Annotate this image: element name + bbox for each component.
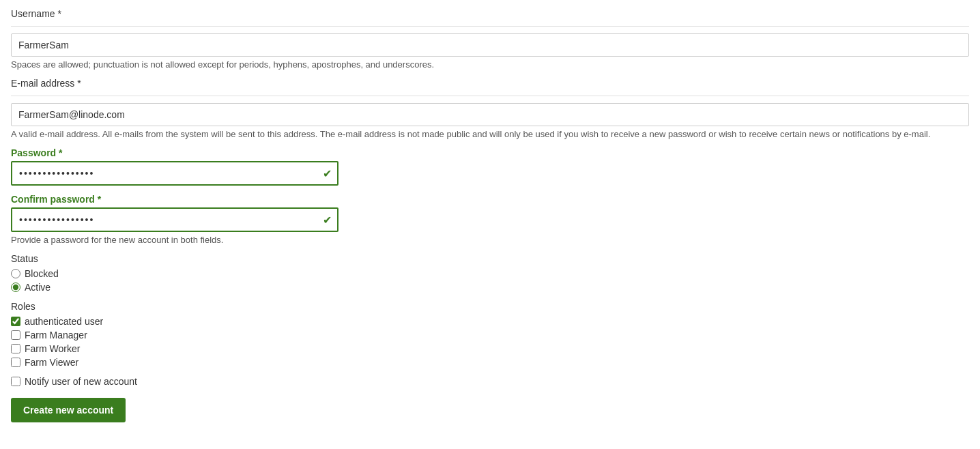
role-authenticated-user: authenticated user xyxy=(11,316,969,327)
username-divider xyxy=(11,26,969,27)
role-authenticated-user-label[interactable]: authenticated user xyxy=(25,316,103,327)
roles-label: Roles xyxy=(11,301,969,312)
confirm-password-wrapper: ✔ xyxy=(11,207,338,232)
role-farm-worker-label[interactable]: Farm Worker xyxy=(25,343,80,354)
password-help: Provide a password for the new account i… xyxy=(11,235,969,245)
role-farm-viewer-checkbox[interactable] xyxy=(11,358,20,367)
password-input[interactable] xyxy=(11,161,338,186)
notify-checkbox-group: Notify user of new account xyxy=(11,376,969,387)
status-active-radio[interactable] xyxy=(11,283,20,292)
status-active-group: Active xyxy=(11,282,969,293)
role-farm-manager-label[interactable]: Farm Manager xyxy=(25,330,87,341)
username-label: Username * xyxy=(11,8,969,19)
roles-section: Roles authenticated user Farm Manager Fa… xyxy=(11,301,969,368)
role-farm-viewer: Farm Viewer xyxy=(11,357,969,368)
role-farm-manager: Farm Manager xyxy=(11,330,969,341)
confirm-password-checkmark-icon: ✔ xyxy=(323,214,332,227)
role-farm-manager-checkbox[interactable] xyxy=(11,330,20,340)
confirm-password-input[interactable] xyxy=(11,207,338,232)
notify-label[interactable]: Notify user of new account xyxy=(25,376,137,387)
status-blocked-label[interactable]: Blocked xyxy=(25,268,59,279)
email-group: E-mail address * A valid e-mail address.… xyxy=(11,78,969,139)
role-farm-viewer-label[interactable]: Farm Viewer xyxy=(25,357,78,368)
notify-checkbox[interactable] xyxy=(11,377,20,386)
status-group: Status Blocked Active xyxy=(11,253,969,293)
notify-section: Notify user of new account xyxy=(11,376,969,387)
status-blocked-group: Blocked xyxy=(11,268,969,279)
username-group: Username * Spaces are allowed; punctuati… xyxy=(11,8,969,70)
password-group: Password * ✔ xyxy=(11,147,969,186)
username-input[interactable] xyxy=(11,33,969,57)
confirm-password-group: Confirm password * ✔ Provide a password … xyxy=(11,194,969,245)
email-divider xyxy=(11,96,969,96)
password-checkmark-icon: ✔ xyxy=(323,167,332,180)
username-help: Spaces are allowed; punctuation is not a… xyxy=(11,59,969,70)
status-active-label[interactable]: Active xyxy=(25,282,51,293)
status-blocked-radio[interactable] xyxy=(11,269,20,278)
role-authenticated-user-checkbox[interactable] xyxy=(11,317,20,326)
email-help: A valid e-mail address. All e-mails from… xyxy=(11,129,969,139)
email-label: E-mail address * xyxy=(11,78,969,89)
confirm-password-label: Confirm password * xyxy=(11,194,969,205)
email-input[interactable] xyxy=(11,103,969,126)
role-farm-worker-checkbox[interactable] xyxy=(11,344,20,353)
password-label: Password * xyxy=(11,147,969,158)
password-wrapper: ✔ xyxy=(11,161,338,186)
submit-section: Create new account xyxy=(11,398,969,422)
status-label: Status xyxy=(11,253,969,264)
create-account-button[interactable]: Create new account xyxy=(11,398,126,422)
role-farm-worker: Farm Worker xyxy=(11,343,969,354)
